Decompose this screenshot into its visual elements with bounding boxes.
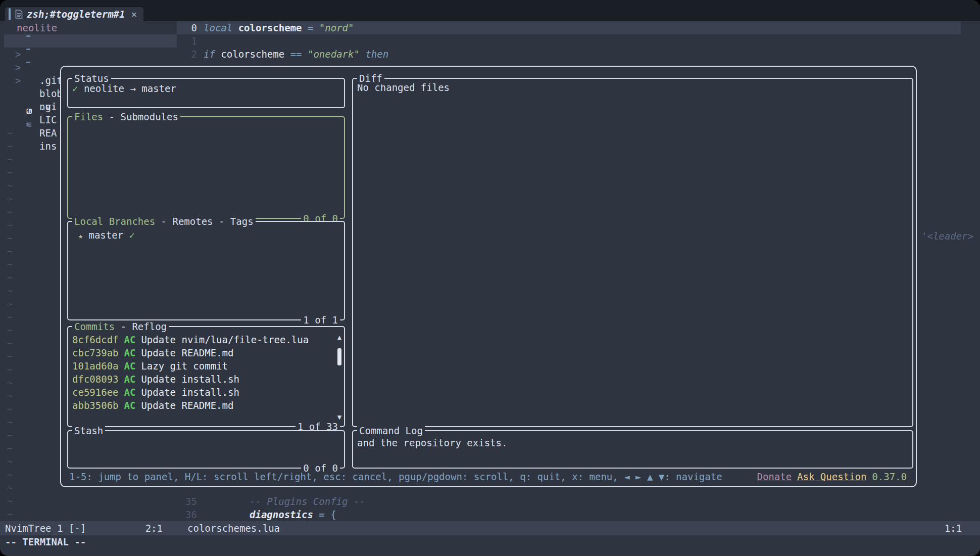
code-line: 1 (177, 34, 388, 48)
filetree-root: neolite (17, 21, 57, 34)
terminal-tab[interactable]: zsh;#toggleterm#1 × (5, 7, 143, 21)
commit-hash: cbc739ab (72, 346, 119, 359)
tabline: zsh;#toggleterm#1 × (0, 0, 980, 21)
remotes-tags-tabs[interactable]: - Remotes - Tags (155, 216, 253, 227)
commit-row[interactable]: dfc08093 AC Update install.sh (68, 373, 344, 386)
commit-author-initials: AC (124, 333, 136, 346)
tilde-column: ~~~~~~~~~~~~~~~~~~~~~~~~~~~~~~ (7, 126, 13, 521)
status-panel[interactable]: Status ✓ neolite → master (67, 78, 345, 108)
commit-message: Update install.sh (141, 386, 239, 399)
editor-cursor-position: 1:1 (945, 521, 962, 535)
submodules-tab[interactable]: - Submodules (103, 111, 178, 122)
command-log-message: and the repository exists. (353, 431, 912, 449)
branches-panel[interactable]: Local Branches - Remotes - Tags ★ master… (67, 221, 345, 320)
statusline-editor-segment: colorschemes.lua 1:1 (177, 521, 980, 535)
commits-scrollbar[interactable]: ▲ ▼ (336, 333, 343, 421)
diff-message: No changed files (353, 79, 912, 94)
commit-row[interactable]: abb3506b AC Update README.md (68, 399, 344, 412)
commit-row[interactable]: 101ad60a AC Lazy git commit (68, 359, 344, 373)
stash-panel-title: Stash (74, 425, 103, 436)
file-icon (15, 10, 23, 19)
commit-row[interactable]: cbc739ab AC Update README.md (68, 346, 344, 359)
tab-title: zsh;#toggleterm#1 (27, 9, 125, 20)
editor-top-code: 0 local colorscheme = "nord" 1 2 if colo… (177, 21, 388, 61)
code-line: 0 local colorscheme = "nord" (177, 21, 388, 34)
commit-hash: 101ad60a (72, 359, 119, 373)
commit-author-initials: AC (124, 386, 136, 399)
buffer-name: NvimTree_1 [-] (5, 521, 86, 535)
files-panel[interactable]: Files - Submodules 0 of 0 (67, 116, 345, 219)
commit-list: 8cf6dcdf AC Update nvim/lua/file-tree.lu… (68, 327, 344, 412)
tree-cursor-position: 2:1 (145, 521, 163, 535)
commits-tab[interactable]: Commits (74, 321, 115, 332)
scrollbar-thumb[interactable] (337, 348, 341, 365)
scroll-up-icon[interactable]: ▲ (336, 333, 343, 341)
commit-hash: 8cf6dcdf (72, 333, 119, 346)
commit-message: Lazy git commit (141, 359, 228, 373)
current-branch-star-icon: ★ (78, 231, 83, 241)
commit-hash: abb3506b (72, 399, 119, 412)
tree-item-label: REA (39, 126, 57, 140)
command-log-panel[interactable]: Command Log and the repository exists. (352, 430, 913, 469)
app-window: zsh;#toggleterm#1 × neolite > .git > blo… (0, 0, 980, 556)
tree-item-label: ins (39, 140, 57, 153)
commits-panel[interactable]: Commits - Reflog 8cf6dcdf AC Update nvim… (67, 326, 345, 427)
commit-author-initials: AC (124, 359, 136, 373)
donate-link[interactable]: Donate (757, 470, 792, 483)
stash-panel[interactable]: Stash 0 of 0 (67, 430, 345, 469)
scroll-down-icon[interactable]: ▼ (336, 413, 343, 421)
code-line: 35 -- Plugins Config -- (177, 495, 365, 508)
code-line: 2 if colorscheme == "onedark" then (177, 48, 388, 61)
commit-hash: ce5916ee (72, 386, 119, 399)
diff-panel[interactable]: Diff No changed files (352, 78, 913, 427)
mode-indicator: -- TERMINAL -- (5, 535, 86, 548)
files-tab[interactable]: Files (74, 111, 103, 122)
statusline-tree-segment: NvimTree_1 [-] 2:1 (0, 521, 177, 535)
branches-count: 1 of 1 (301, 314, 340, 326)
tree-item-blob[interactable]: > blob (0, 48, 177, 61)
commit-message: Update README.md (141, 399, 233, 412)
command-log-title: Command Log (359, 425, 423, 436)
code-line: 36 diagnostics = { (177, 508, 365, 521)
tree-item-git[interactable]: > .git (0, 34, 177, 48)
diff-panel-title: Diff (359, 73, 382, 84)
ask-question-link[interactable]: Ask Question (797, 470, 866, 483)
commit-message: Update install.sh (141, 373, 239, 386)
terminal-script-icon: >_ (26, 116, 31, 129)
check-icon: ✓ (129, 229, 135, 241)
commit-row[interactable]: ce5916ee AC Update install.sh (68, 386, 344, 399)
commit-hash: dfc08093 (72, 373, 119, 386)
version-label: 0.37.0 (872, 470, 907, 483)
local-branches-tab[interactable]: Local Branches (74, 216, 155, 227)
commit-row[interactable]: 8cf6dcdf AC Update nvim/lua/file-tree.lu… (68, 333, 344, 346)
statusline: NvimTree_1 [-] 2:1 colorschemes.lua 1:1 (0, 521, 980, 535)
lazygit-window: Status ✓ neolite → master Files - Submod… (60, 66, 917, 487)
keybinding-hints: 1-5: jump to panel, H/L: scroll left/rig… (69, 470, 722, 483)
check-icon: ✓ (72, 83, 78, 94)
reflog-tab[interactable]: - Reflog (115, 321, 167, 332)
tab-close-icon[interactable]: × (131, 8, 137, 20)
commit-author-initials: AC (124, 346, 136, 359)
keybinding-bar: 1-5: jump to panel, H/L: scroll left/rig… (69, 470, 907, 483)
line-number: 35 (177, 495, 197, 508)
line-number: 2 (177, 48, 197, 61)
tab-accent-bar (9, 8, 11, 20)
status-panel-title: Status (74, 73, 109, 84)
editor-bottom-code: 35 -- Plugins Config -- 36 diagnostics =… (177, 495, 365, 521)
line-number: 1 (177, 34, 197, 48)
file-name: colorschemes.lua (187, 521, 280, 535)
line-number: 36 (177, 508, 197, 521)
commit-author-initials: AC (124, 399, 136, 412)
keypress-overlay: '<leader> (921, 230, 973, 242)
commit-message: Update README.md (141, 346, 233, 359)
line-number: 0 (177, 21, 197, 34)
commit-author-initials: AC (124, 373, 136, 386)
commit-message: Update nvim/lua/file-tree.lua (141, 333, 309, 346)
